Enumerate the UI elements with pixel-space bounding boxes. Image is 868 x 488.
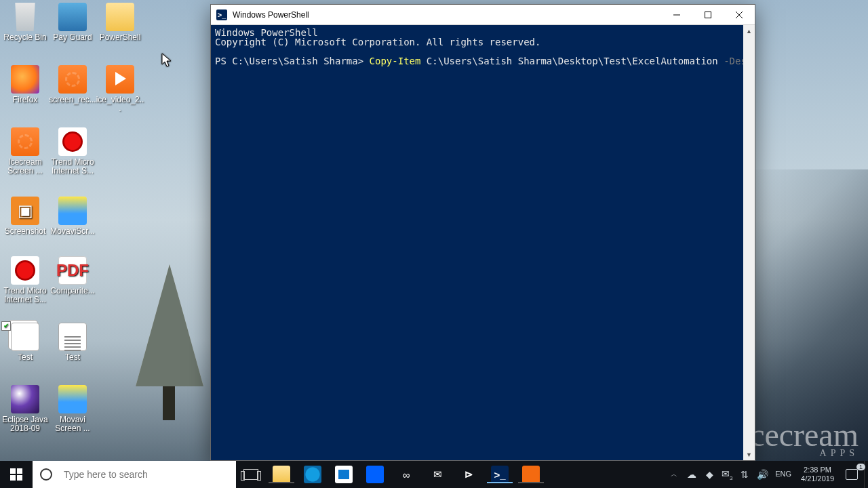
dropbox-icon — [366, 466, 384, 483]
powershell-window[interactable]: >_ Windows PowerShell Windows PowerShell… — [210, 4, 755, 461]
terminal-body[interactable]: Windows PowerShell Copyright (C) Microso… — [211, 25, 755, 460]
taskbar-app-edge[interactable] — [297, 466, 328, 483]
firefox-icon — [11, 65, 39, 94]
movavi-icon — [58, 385, 87, 413]
trendmicro-icon — [11, 256, 39, 285]
record-icon — [11, 127, 39, 156]
cmd-arg: C:\Users\Satish Sharma\Desktop\Test\Exce… — [420, 56, 724, 66]
taskbar-app-vscode[interactable]: ⊳ — [453, 466, 484, 483]
folder-icon — [273, 466, 290, 483]
record-icon — [58, 65, 87, 94]
icon-icecream[interactable]: Icecream Screen ... — [0, 127, 50, 176]
vscode-icon: ⊳ — [460, 466, 477, 483]
taskbar-app-store[interactable] — [328, 466, 359, 483]
icon-label: MovaviScr... — [47, 227, 98, 236]
recycle-bin-icon — [11, 3, 39, 31]
icon-label: Recycle Bin — [0, 33, 50, 42]
textfile-icon — [58, 323, 87, 351]
edge-icon — [304, 466, 321, 483]
icon-label: Screenshot — [0, 227, 50, 236]
icon-label: PowerShell — [95, 33, 145, 42]
taskbar-app-recorder[interactable] — [515, 466, 547, 483]
taskbar-app-mail[interactable]: ✉ — [422, 466, 453, 483]
window-title: Windows PowerShell — [233, 10, 309, 20]
icon-comparitech-pdf[interactable]: PDF Comparite... — [47, 256, 98, 296]
icon-label: Firefox — [0, 96, 50, 104]
tray-overflow-icon[interactable]: ︿ — [665, 470, 683, 479]
icon-label: Trend Micro Internet S... — [0, 287, 50, 304]
eclipse-icon — [11, 385, 39, 413]
system-tray[interactable]: ︿ ☁ ◆ ✉3 ⇅ 🔊 ENG 2:38 PM 4/21/2019 1 — [665, 461, 868, 488]
icon-ice-video[interactable]: ice_video_2... — [95, 65, 145, 113]
clock-date: 4/21/2019 — [801, 474, 834, 483]
start-button[interactable] — [0, 461, 33, 488]
icon-screen-rec[interactable]: screen_rec... — [47, 65, 98, 104]
icon-label: Trend Micro Internet S... — [47, 158, 98, 176]
mail-icon: ✉ — [429, 466, 446, 483]
close-button[interactable] — [724, 5, 755, 25]
infinity-icon: ∞ — [397, 466, 415, 483]
dropbox-tray-icon[interactable]: ◆ — [701, 469, 718, 480]
play-icon — [106, 65, 134, 94]
title-bar[interactable]: >_ Windows PowerShell — [211, 5, 755, 25]
icon-label: Icecream Screen ... — [0, 158, 50, 176]
icon-label: Comparite... — [47, 287, 98, 296]
clock[interactable]: 2:38 PM 4/21/2019 — [795, 466, 840, 483]
icon-screenshot[interactable]: ▣ Screenshot — [0, 197, 50, 236]
taskbar-app-dropbox[interactable] — [359, 466, 391, 483]
taskbar-app-powershell[interactable]: >_ — [484, 466, 515, 483]
wifi-icon[interactable]: ⇅ — [736, 469, 753, 480]
camera-icon: ▣ — [11, 197, 39, 225]
icon-test-file[interactable]: ✔ Test — [0, 323, 50, 362]
icon-firefox[interactable]: Firefox — [0, 65, 50, 104]
icon-powershell-folder[interactable]: PowerShell — [95, 3, 145, 42]
search-box[interactable] — [33, 461, 236, 488]
powershell-icon: >_ — [216, 9, 227, 20]
scroll-down-icon[interactable]: ▼ — [743, 449, 755, 460]
notification-badge: 1 — [856, 464, 865, 470]
taskbar-app-arduino[interactable]: ∞ — [391, 466, 422, 483]
icon-pay-guard[interactable]: Pay Guard — [47, 3, 98, 42]
icon-label: Movavi Screen ... — [47, 415, 98, 433]
notification-icon — [846, 469, 858, 480]
store-icon — [335, 466, 353, 483]
powershell-icon: >_ — [491, 466, 509, 483]
cmdlet-name: Copy-Item — [370, 56, 421, 66]
terminal-prompt: PS C:\Users\Satish Sharma> — [215, 56, 370, 66]
icon-label: screen_rec... — [47, 96, 98, 104]
icon-label: Pay Guard — [47, 33, 98, 42]
task-view-button[interactable] — [236, 461, 266, 488]
icon-test-file-2[interactable]: Test — [47, 323, 98, 362]
cortana-icon[interactable] — [33, 461, 60, 488]
icon-eclipse[interactable]: Eclipse Java 2018-09 — [0, 385, 50, 433]
taskbar-app-explorer[interactable] — [266, 466, 297, 483]
icon-trend-micro-2[interactable]: Trend Micro Internet S... — [0, 256, 50, 304]
icon-recycle-bin[interactable]: Recycle Bin — [0, 3, 50, 42]
taskbar[interactable]: ∞ ✉ ⊳ >_ ︿ ☁ ◆ ✉3 ⇅ 🔊 ENG 2:38 PM 4/21/2… — [0, 461, 868, 488]
windows-icon — [10, 468, 22, 481]
scroll-track[interactable] — [743, 37, 755, 449]
mail-tray-icon[interactable]: ✉3 — [718, 468, 736, 481]
icon-label: Eclipse Java 2018-09 — [0, 415, 50, 433]
textfile-icon — [11, 323, 39, 351]
icon-movavi-scr[interactable]: MovaviScr... — [47, 197, 98, 236]
clock-time: 2:38 PM — [801, 466, 834, 474]
action-center-button[interactable]: 1 — [840, 469, 864, 480]
icon-movavi-screen[interactable]: Movavi Screen ... — [47, 385, 98, 433]
icon-label: Test — [0, 353, 50, 362]
search-input[interactable] — [60, 461, 236, 488]
folder-icon — [106, 3, 134, 31]
trendmicro-icon — [58, 127, 87, 156]
scroll-up-icon[interactable]: ▲ — [743, 25, 755, 37]
onedrive-icon[interactable]: ☁ — [683, 469, 701, 480]
icon-label: Test — [47, 353, 98, 362]
terminal-line: Copyright (C) Microsoft Corporation. All… — [215, 37, 540, 47]
checkmark-icon: ✔ — [1, 321, 11, 331]
pdf-icon: PDF — [58, 256, 87, 285]
icon-trend-micro[interactable]: Trend Micro Internet S... — [47, 127, 98, 176]
volume-icon[interactable]: 🔊 — [753, 469, 771, 480]
vertical-scrollbar[interactable]: ▲ ▼ — [743, 25, 755, 460]
minimize-button[interactable] — [661, 5, 692, 25]
language-indicator[interactable]: ENG — [771, 470, 795, 479]
maximize-button[interactable] — [692, 5, 724, 25]
